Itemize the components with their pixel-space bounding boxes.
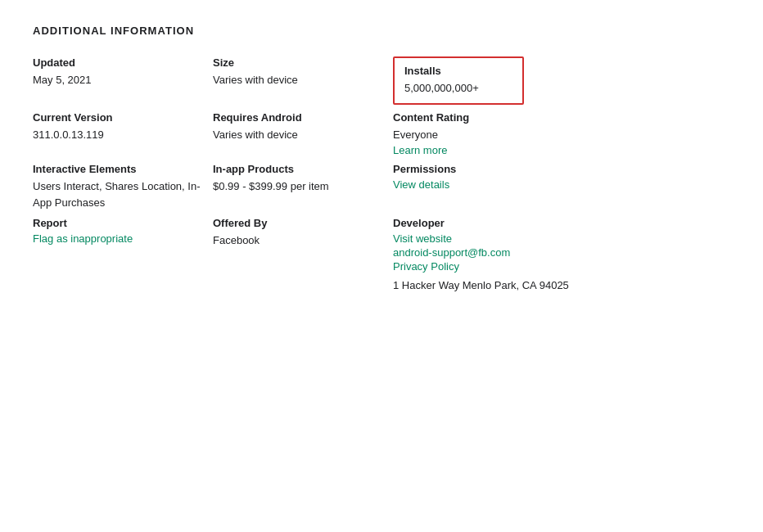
interactive-elements-label: Interactive Elements bbox=[33, 163, 205, 175]
inapp-products-label: In-app Products bbox=[213, 163, 385, 175]
email-link[interactable]: android-support@fb.com bbox=[393, 246, 614, 259]
permissions-cell: Permissions View details bbox=[393, 163, 622, 210]
inapp-products-cell: In-app Products $0.99 - $399.99 per item bbox=[213, 163, 393, 210]
content-rating-value: Everyone bbox=[393, 127, 614, 143]
info-row-4: Report Flag as inappropriate Offered By … bbox=[33, 217, 730, 294]
info-row-3: Interactive Elements Users Interact, Sha… bbox=[33, 163, 730, 210]
requires-android-cell: Requires Android Varies with device bbox=[213, 111, 393, 157]
installs-label: Installs bbox=[404, 65, 512, 77]
info-row-1: Updated May 5, 2021 Size Varies with dev… bbox=[33, 56, 730, 105]
updated-cell: Updated May 5, 2021 bbox=[33, 56, 213, 105]
current-version-value: 311.0.0.13.119 bbox=[33, 127, 205, 143]
developer-cell: Developer Visit website android-support@… bbox=[393, 217, 622, 294]
updated-value: May 5, 2021 bbox=[33, 72, 205, 88]
developer-address: 1 Hacker Way Menlo Park, CA 94025 bbox=[393, 277, 614, 294]
installs-highlighted: Installs 5,000,000,000+ bbox=[393, 56, 524, 105]
learn-more-link[interactable]: Learn more bbox=[393, 144, 614, 156]
current-version-label: Current Version bbox=[33, 111, 205, 124]
requires-android-value: Varies with device bbox=[213, 127, 385, 143]
updated-label: Updated bbox=[33, 56, 205, 69]
additional-info-section: ADDITIONAL INFORMATION Updated May 5, 20… bbox=[33, 25, 730, 294]
permissions-label: Permissions bbox=[393, 163, 614, 175]
size-label: Size bbox=[213, 56, 385, 69]
size-value: Varies with device bbox=[213, 72, 385, 88]
offered-by-value: Facebook bbox=[213, 232, 385, 249]
offered-by-cell: Offered By Facebook bbox=[213, 217, 393, 294]
content-rating-cell: Content Rating Everyone Learn more bbox=[393, 111, 622, 157]
installs-cell: Installs 5,000,000,000+ bbox=[393, 56, 622, 105]
report-cell: Report Flag as inappropriate bbox=[33, 217, 213, 294]
inapp-products-value: $0.99 - $399.99 per item bbox=[213, 178, 385, 195]
installs-value: 5,000,000,000+ bbox=[404, 80, 512, 97]
privacy-policy-link[interactable]: Privacy Policy bbox=[393, 260, 614, 273]
info-row-2: Current Version 311.0.0.13.119 Requires … bbox=[33, 111, 730, 157]
view-details-link[interactable]: View details bbox=[393, 178, 614, 191]
section-title: ADDITIONAL INFORMATION bbox=[33, 25, 730, 37]
report-label: Report bbox=[33, 217, 205, 229]
current-version-cell: Current Version 311.0.0.13.119 bbox=[33, 111, 213, 157]
interactive-elements-cell: Interactive Elements Users Interact, Sha… bbox=[33, 163, 213, 210]
visit-website-link[interactable]: Visit website bbox=[393, 232, 614, 245]
content-rating-label: Content Rating bbox=[393, 111, 614, 124]
offered-by-label: Offered By bbox=[213, 217, 385, 229]
flag-inappropriate-link[interactable]: Flag as inappropriate bbox=[33, 232, 205, 245]
requires-android-label: Requires Android bbox=[213, 111, 385, 124]
developer-label: Developer bbox=[393, 217, 614, 229]
interactive-elements-value: Users Interact, Shares Location, In-App … bbox=[33, 178, 205, 210]
size-cell: Size Varies with device bbox=[213, 56, 393, 105]
